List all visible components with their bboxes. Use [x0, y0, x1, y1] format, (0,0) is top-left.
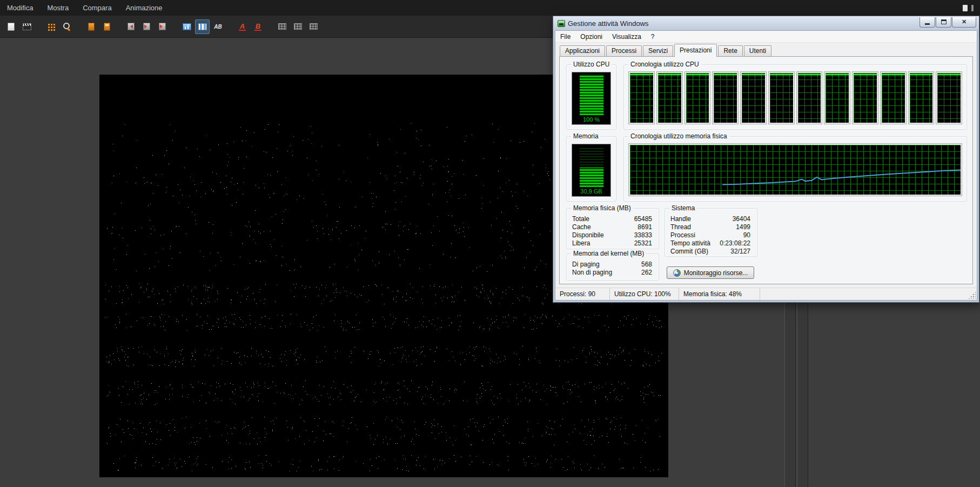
info-label: Non di paging [572, 269, 612, 277]
chart-view-button[interactable] [179, 19, 194, 34]
info-value: 36404 [733, 215, 750, 223]
info-row-disponibile: Disponibile33833 [572, 231, 652, 239]
close-button[interactable]: ✕ [952, 17, 976, 28]
system-rows: Handle36404Thread1499Processi90Tempo att… [670, 215, 750, 256]
memory-meter-bar [580, 146, 603, 187]
font-b-icon: B [254, 23, 261, 31]
cpu-usage-group: Utilizzo CPU 100 % [566, 64, 616, 130]
toolbar-separator [170, 26, 179, 27]
point-cloud [99, 75, 100, 75]
chart-view-icon [183, 23, 191, 30]
task-manager-menubar: FileOpzioniVisualizza? [555, 31, 977, 43]
tab-applicazioni[interactable]: Applicazioni [560, 45, 605, 56]
info-value: 0:23:08:22 [720, 239, 750, 248]
table-large-icon [310, 23, 318, 30]
search-button[interactable] [59, 19, 74, 34]
tab-servizi[interactable]: Servizi [643, 45, 673, 56]
window-panel-icon[interactable] [963, 5, 968, 11]
window-title: Gestione attività Windows [568, 19, 649, 28]
resource-monitor-button[interactable]: Monitoraggio risorse... [667, 266, 754, 279]
info-row-di-paging: Di paging568 [572, 261, 652, 269]
tab-rete[interactable]: Rete [718, 45, 742, 56]
cpu-meter-bar [580, 75, 603, 115]
columns-view-button[interactable] [195, 19, 210, 34]
app-menu-animazione[interactable]: Animazione [119, 0, 170, 16]
info-value: 90 [743, 231, 750, 239]
window-controls: ✕ [919, 17, 976, 28]
info-value: 25321 [634, 239, 652, 248]
menu-opzioni[interactable]: Opzioni [575, 31, 607, 43]
panel-import-icon [88, 23, 95, 31]
flag-forward-button[interactable] [155, 19, 170, 34]
app-menubar: ModificaMostraComparaAnimazione [0, 0, 980, 16]
resize-grip[interactable] [968, 291, 976, 299]
info-label: Disponibile [572, 231, 604, 239]
window-divider-icon[interactable] [971, 5, 974, 11]
minimize-button[interactable] [919, 17, 935, 28]
columns-view-icon [198, 23, 207, 30]
kernel-memory-rows: Di paging568Non di paging262 [572, 261, 652, 277]
info-label: Libera [572, 239, 590, 248]
info-label: Thread [670, 223, 691, 231]
memory-meter-value: 30,9 GB [580, 187, 602, 196]
new-scene-button[interactable] [4, 19, 18, 34]
font-b-button[interactable]: B [251, 19, 265, 34]
flag-mid-button[interactable] [139, 19, 154, 34]
info-value: 8691 [637, 223, 652, 231]
table-medium-button[interactable] [291, 19, 305, 34]
maximize-icon [941, 19, 947, 24]
dot-grid-button[interactable] [44, 19, 58, 34]
info-value: 65485 [634, 215, 652, 223]
text-ab-button[interactable]: AB [211, 19, 225, 34]
physical-memory-rows: Totale65485Cache8691Disponibile33833Libe… [572, 215, 652, 248]
info-value: 33833 [634, 231, 652, 239]
resource-monitor-label: Monitoraggio risorse... [684, 269, 748, 277]
tab-processi[interactable]: Processi [606, 45, 642, 56]
table-large-button[interactable] [306, 19, 321, 34]
app-menubar-right [963, 5, 980, 11]
titlebar[interactable]: Gestione attività Windows ✕ [555, 16, 977, 30]
status-panel-3: Memoria fisica: 48% [679, 288, 760, 300]
menu-visualizza[interactable]: Visualizza [607, 31, 646, 43]
cpu-core-graph-6 [769, 72, 794, 124]
app-menu-items: ModificaMostraComparaAnimazione [0, 0, 170, 16]
cpu-core-graph-9 [853, 72, 878, 124]
system-group: Sistema Handle36404Thread1499Processi90T… [664, 208, 757, 257]
tab-utenti[interactable]: Utenti [744, 45, 771, 56]
info-row-processi: Processi90 [670, 231, 750, 239]
table-small-button[interactable] [275, 19, 290, 34]
resource-monitor-icon [673, 269, 681, 277]
tab-prestazioni[interactable]: Prestazioni [674, 44, 717, 57]
app-menu-mostra[interactable]: Mostra [40, 0, 76, 16]
maximize-button[interactable] [936, 17, 951, 28]
info-row-totale: Totale65485 [572, 215, 652, 223]
status-panel-2: Utilizzo CPU: 100% [610, 288, 679, 300]
panel-export-icon [104, 23, 110, 31]
menu-help[interactable]: ? [646, 31, 660, 43]
menu-file[interactable]: File [555, 31, 575, 43]
memory-history-line-chart [630, 145, 961, 195]
app-menu-compara[interactable]: Compara [76, 0, 118, 16]
cpu-core-graph-7 [797, 72, 822, 124]
panel-export-button[interactable] [99, 19, 114, 34]
clapperboard-button[interactable] [19, 19, 34, 34]
clapperboard-icon [23, 23, 31, 30]
cpu-core-graph-10 [881, 72, 906, 124]
app-menu-modifica[interactable]: Modifica [0, 0, 40, 16]
memory-group: Memoria 30,9 GB [566, 136, 616, 202]
task-manager-window: Gestione attività Windows ✕ FileOpzioniV… [553, 16, 979, 303]
info-row-thread: Thread1499 [670, 223, 750, 231]
flag-back-button[interactable] [124, 19, 138, 34]
info-label: Di paging [572, 261, 600, 269]
memory-history-group: Cronologia utilizzo memoria fisica [623, 136, 967, 202]
info-label: Totale [572, 215, 589, 223]
minimize-icon [925, 23, 930, 25]
memory-group-label: Memoria [571, 132, 601, 140]
dot-grid-icon [47, 23, 55, 31]
info-label: Commit (GB) [670, 248, 708, 256]
toolbar-separator [115, 26, 123, 27]
font-a-button[interactable]: A [235, 19, 250, 34]
cpu-history-group: Cronologia utilizzo CPU [623, 64, 967, 130]
panel-import-button[interactable] [84, 19, 98, 34]
cpu-core-graph-1 [629, 72, 654, 124]
